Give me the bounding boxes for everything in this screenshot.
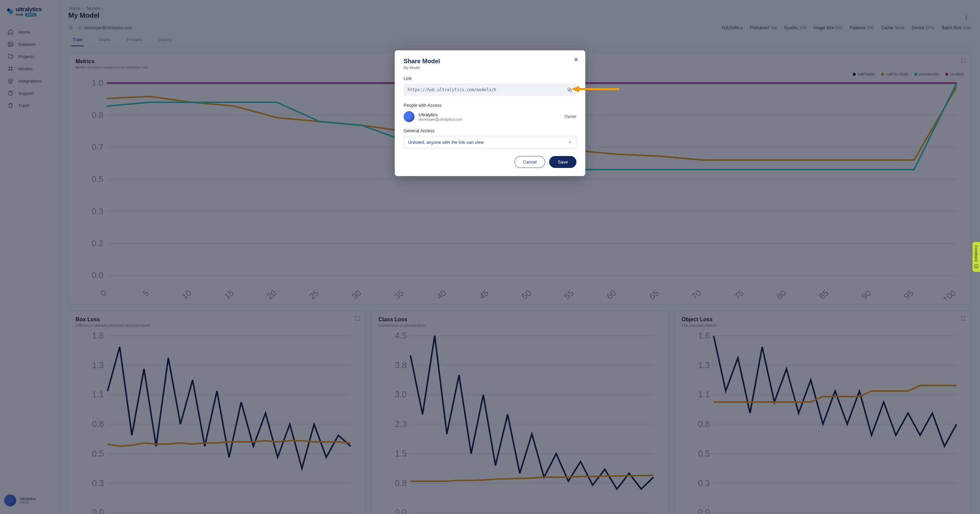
person-row: Ultralytics developer@ultralytics.com Ow… bbox=[404, 111, 576, 122]
modal-title: Share Model bbox=[404, 58, 576, 65]
share-modal: Share Model My Model Link https://hub.ul… bbox=[395, 50, 585, 176]
feedback-tab[interactable]: Feedback bbox=[972, 242, 980, 272]
link-box: https://hub.ultralytics.com/models/X bbox=[404, 84, 576, 96]
chevron-down-icon bbox=[568, 140, 572, 144]
avatar bbox=[404, 111, 414, 122]
person-email: developer@ultralytics.com bbox=[418, 117, 463, 121]
access-value: Unlisted, anyone with the link can view bbox=[408, 140, 484, 145]
close-icon[interactable] bbox=[573, 56, 579, 63]
person-name: Ultralytics bbox=[418, 112, 463, 117]
modal-subtitle: My Model bbox=[404, 66, 576, 70]
link-label: Link bbox=[404, 76, 576, 81]
svg-point-154 bbox=[975, 265, 978, 268]
save-button[interactable]: Save bbox=[549, 156, 576, 168]
cancel-button[interactable]: Cancel bbox=[514, 156, 545, 168]
access-label: General Access bbox=[404, 128, 576, 133]
smile-icon bbox=[974, 264, 978, 268]
person-role: Owner bbox=[565, 114, 576, 119]
modal-overlay[interactable]: Share Model My Model Link https://hub.ul… bbox=[0, 0, 980, 514]
people-label: People with Access bbox=[404, 103, 576, 108]
copy-icon[interactable] bbox=[567, 87, 572, 92]
access-select[interactable]: Unlisted, anyone with the link can view bbox=[404, 136, 576, 149]
share-link[interactable]: https://hub.ultralytics.com/models/X bbox=[408, 87, 567, 92]
arrow-annotation bbox=[572, 85, 619, 93]
